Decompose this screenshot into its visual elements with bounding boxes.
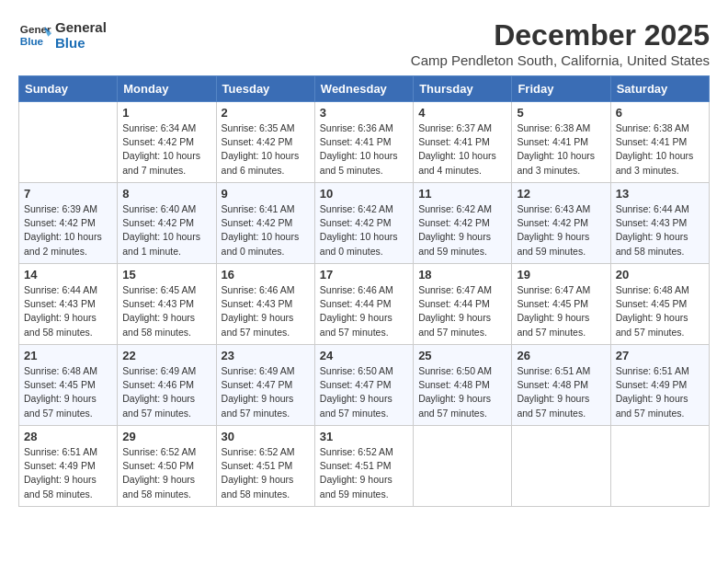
cell-details: Sunrise: 6:38 AMSunset: 4:41 PMDaylight:… xyxy=(517,121,605,178)
cell-details: Sunrise: 6:50 AMSunset: 4:47 PMDaylight:… xyxy=(320,364,408,420)
table-row: 21Sunrise: 6:48 AMSunset: 4:45 PMDayligh… xyxy=(19,345,118,426)
table-row: 7Sunrise: 6:39 AMSunset: 4:42 PMDaylight… xyxy=(19,183,118,264)
day-number: 16 xyxy=(222,268,310,282)
weekday-header-row: SundayMondayTuesdayWednesdayThursdayFrid… xyxy=(19,76,710,102)
table-row: 18Sunrise: 6:47 AMSunset: 4:44 PMDayligh… xyxy=(414,264,512,345)
table-row xyxy=(512,426,610,507)
calendar-week-4: 21Sunrise: 6:48 AMSunset: 4:45 PMDayligh… xyxy=(19,345,710,426)
day-number: 1 xyxy=(122,106,210,120)
table-row: 6Sunrise: 6:38 AMSunset: 4:41 PMDaylight… xyxy=(610,102,709,183)
day-number: 7 xyxy=(24,187,112,201)
table-row: 25Sunrise: 6:50 AMSunset: 4:48 PMDayligh… xyxy=(414,345,512,426)
table-row: 2Sunrise: 6:35 AMSunset: 4:42 PMDaylight… xyxy=(216,102,314,183)
cell-details: Sunrise: 6:48 AMSunset: 4:45 PMDaylight:… xyxy=(616,283,704,339)
table-row: 24Sunrise: 6:50 AMSunset: 4:47 PMDayligh… xyxy=(314,345,413,426)
cell-details: Sunrise: 6:45 AMSunset: 4:43 PMDaylight:… xyxy=(122,283,210,339)
day-number: 25 xyxy=(418,349,506,362)
cell-details: Sunrise: 6:51 AMSunset: 4:49 PMDaylight:… xyxy=(616,364,704,420)
month-title: December 2025 xyxy=(411,18,710,52)
weekday-header-thursday: Thursday xyxy=(414,76,512,102)
weekday-header-tuesday: Tuesday xyxy=(216,76,314,102)
cell-details: Sunrise: 6:49 AMSunset: 4:47 PMDaylight:… xyxy=(222,364,310,420)
day-number: 27 xyxy=(616,349,704,362)
day-number: 14 xyxy=(24,268,112,282)
cell-details: Sunrise: 6:36 AMSunset: 4:41 PMDaylight:… xyxy=(320,121,408,178)
cell-details: Sunrise: 6:48 AMSunset: 4:45 PMDaylight:… xyxy=(24,364,112,420)
table-row: 13Sunrise: 6:44 AMSunset: 4:43 PMDayligh… xyxy=(610,183,709,264)
cell-details: Sunrise: 6:34 AMSunset: 4:42 PMDaylight:… xyxy=(122,121,210,178)
cell-details: Sunrise: 6:51 AMSunset: 4:49 PMDaylight:… xyxy=(24,445,112,501)
table-row xyxy=(610,426,709,507)
day-number: 31 xyxy=(320,430,408,443)
day-number: 15 xyxy=(122,268,210,282)
calendar-week-2: 7Sunrise: 6:39 AMSunset: 4:42 PMDaylight… xyxy=(19,183,710,264)
day-number: 5 xyxy=(517,106,605,120)
cell-details: Sunrise: 6:44 AMSunset: 4:43 PMDaylight:… xyxy=(616,202,704,259)
table-row: 11Sunrise: 6:42 AMSunset: 4:42 PMDayligh… xyxy=(414,183,512,264)
day-number: 9 xyxy=(222,187,310,201)
table-row: 19Sunrise: 6:47 AMSunset: 4:45 PMDayligh… xyxy=(512,264,610,345)
table-row: 20Sunrise: 6:48 AMSunset: 4:45 PMDayligh… xyxy=(610,264,709,345)
day-number: 19 xyxy=(517,268,605,282)
table-row: 30Sunrise: 6:52 AMSunset: 4:51 PMDayligh… xyxy=(216,426,314,507)
day-number: 23 xyxy=(222,349,310,362)
cell-details: Sunrise: 6:49 AMSunset: 4:46 PMDaylight:… xyxy=(122,364,210,420)
weekday-header-saturday: Saturday xyxy=(610,76,709,102)
weekday-header-wednesday: Wednesday xyxy=(314,76,413,102)
day-number: 11 xyxy=(418,187,506,201)
day-number: 30 xyxy=(222,430,310,443)
calendar-table: SundayMondayTuesdayWednesdayThursdayFrid… xyxy=(18,75,710,507)
cell-details: Sunrise: 6:46 AMSunset: 4:44 PMDaylight:… xyxy=(320,283,408,339)
cell-details: Sunrise: 6:42 AMSunset: 4:42 PMDaylight:… xyxy=(320,202,408,259)
day-number: 12 xyxy=(517,187,605,201)
table-row: 12Sunrise: 6:43 AMSunset: 4:42 PMDayligh… xyxy=(512,183,610,264)
table-row xyxy=(19,102,118,183)
day-number: 8 xyxy=(122,187,210,201)
day-number: 10 xyxy=(320,187,408,201)
cell-details: Sunrise: 6:52 AMSunset: 4:51 PMDaylight:… xyxy=(320,445,408,501)
table-row: 31Sunrise: 6:52 AMSunset: 4:51 PMDayligh… xyxy=(314,426,413,507)
table-row: 10Sunrise: 6:42 AMSunset: 4:42 PMDayligh… xyxy=(314,183,413,264)
header: General Blue General Blue December 2025 … xyxy=(18,18,710,68)
table-row: 29Sunrise: 6:52 AMSunset: 4:50 PMDayligh… xyxy=(118,426,216,507)
table-row: 9Sunrise: 6:41 AMSunset: 4:42 PMDaylight… xyxy=(216,183,314,264)
title-area: December 2025 Camp Pendleton South, Cali… xyxy=(411,18,710,68)
logo-text-blue: Blue xyxy=(55,35,107,51)
cell-details: Sunrise: 6:52 AMSunset: 4:51 PMDaylight:… xyxy=(222,445,310,501)
day-number: 29 xyxy=(122,430,210,443)
table-row: 15Sunrise: 6:45 AMSunset: 4:43 PMDayligh… xyxy=(118,264,216,345)
table-row: 27Sunrise: 6:51 AMSunset: 4:49 PMDayligh… xyxy=(610,345,709,426)
cell-details: Sunrise: 6:40 AMSunset: 4:42 PMDaylight:… xyxy=(122,202,210,259)
cell-details: Sunrise: 6:37 AMSunset: 4:41 PMDaylight:… xyxy=(418,121,506,178)
day-number: 24 xyxy=(320,349,408,362)
table-row: 14Sunrise: 6:44 AMSunset: 4:43 PMDayligh… xyxy=(19,264,118,345)
table-row: 1Sunrise: 6:34 AMSunset: 4:42 PMDaylight… xyxy=(118,102,216,183)
cell-details: Sunrise: 6:43 AMSunset: 4:42 PMDaylight:… xyxy=(517,202,605,259)
table-row: 22Sunrise: 6:49 AMSunset: 4:46 PMDayligh… xyxy=(118,345,216,426)
cell-details: Sunrise: 6:50 AMSunset: 4:48 PMDaylight:… xyxy=(418,364,506,420)
table-row: 26Sunrise: 6:51 AMSunset: 4:48 PMDayligh… xyxy=(512,345,610,426)
table-row xyxy=(414,426,512,507)
calendar-week-5: 28Sunrise: 6:51 AMSunset: 4:49 PMDayligh… xyxy=(19,426,710,507)
table-row: 17Sunrise: 6:46 AMSunset: 4:44 PMDayligh… xyxy=(314,264,413,345)
cell-details: Sunrise: 6:41 AMSunset: 4:42 PMDaylight:… xyxy=(222,202,310,259)
svg-text:Blue: Blue xyxy=(20,35,44,47)
day-number: 22 xyxy=(122,349,210,362)
day-number: 26 xyxy=(517,349,605,362)
table-row: 4Sunrise: 6:37 AMSunset: 4:41 PMDaylight… xyxy=(414,102,512,183)
logo: General Blue General Blue xyxy=(18,18,107,52)
table-row: 23Sunrise: 6:49 AMSunset: 4:47 PMDayligh… xyxy=(216,345,314,426)
day-number: 17 xyxy=(320,268,408,282)
day-number: 21 xyxy=(24,349,112,362)
cell-details: Sunrise: 6:47 AMSunset: 4:45 PMDaylight:… xyxy=(517,283,605,339)
cell-details: Sunrise: 6:52 AMSunset: 4:50 PMDaylight:… xyxy=(122,445,210,501)
cell-details: Sunrise: 6:46 AMSunset: 4:43 PMDaylight:… xyxy=(222,283,310,339)
weekday-header-friday: Friday xyxy=(512,76,610,102)
table-row: 16Sunrise: 6:46 AMSunset: 4:43 PMDayligh… xyxy=(216,264,314,345)
day-number: 4 xyxy=(418,106,506,120)
logo-icon: General Blue xyxy=(18,18,51,52)
logo-text-general: General xyxy=(55,19,107,35)
cell-details: Sunrise: 6:38 AMSunset: 4:41 PMDaylight:… xyxy=(616,121,704,178)
day-number: 18 xyxy=(418,268,506,282)
cell-details: Sunrise: 6:35 AMSunset: 4:42 PMDaylight:… xyxy=(222,121,310,178)
